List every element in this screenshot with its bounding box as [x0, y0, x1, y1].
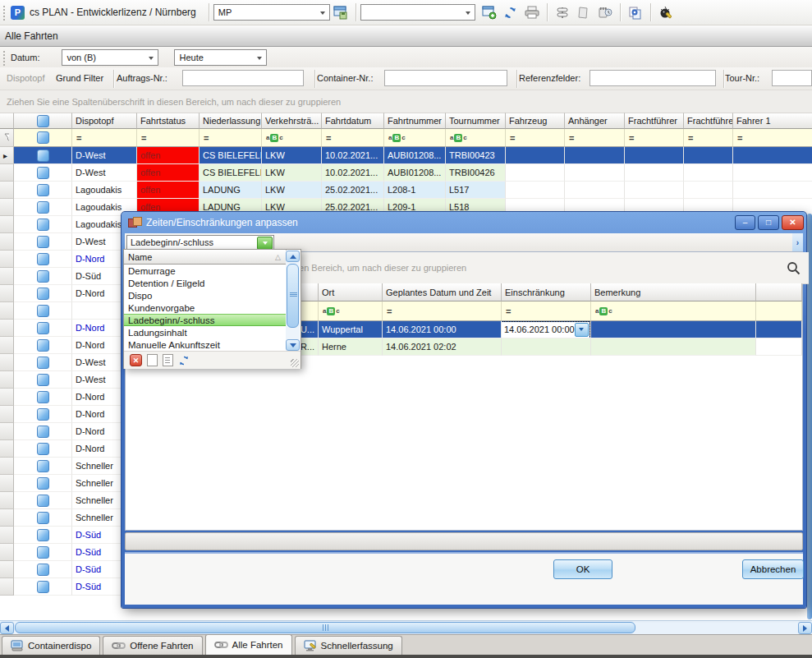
cell-fahrzeug[interactable]	[506, 164, 565, 182]
filter-cell-indicator[interactable]	[0, 129, 14, 147]
save-layout-button[interactable]	[332, 3, 350, 21]
cell-verkehr[interactable]: LKW	[262, 182, 322, 199]
cell-check[interactable]	[14, 147, 72, 164]
cell-check[interactable]	[14, 527, 72, 544]
row-checkbox[interactable]	[37, 443, 49, 455]
horizontal-scrollbar[interactable]	[0, 620, 812, 634]
cell-check[interactable]	[14, 423, 72, 440]
cell-indicator[interactable]	[0, 406, 14, 423]
filter-cell-status[interactable]: =	[137, 129, 200, 147]
notes-button[interactable]	[596, 3, 614, 21]
dialog-column-header-ort[interactable]: Ort	[319, 283, 383, 301]
referenz-input[interactable]	[590, 70, 716, 86]
cell-check[interactable]	[14, 302, 72, 320]
tab-alle-fahrten[interactable]: Alle Fahrten	[205, 634, 292, 655]
row-checkbox[interactable]	[37, 495, 49, 507]
filter-cell-datum[interactable]: =	[322, 129, 384, 147]
scroll-down-button[interactable]	[286, 339, 300, 351]
column-header-datum[interactable]: Fahrtdatum	[322, 113, 384, 129]
dispotopf-filter-label[interactable]: Dispotopf	[7, 73, 44, 83]
dropdown-item[interactable]: Dispo	[124, 289, 287, 301]
datum-range-combobox[interactable]: Heute	[174, 49, 267, 66]
dialog-cell-filler[interactable]	[756, 321, 802, 338]
clear-filter-button[interactable]: ✕	[130, 354, 142, 366]
column-header-frachtfuehrer2[interactable]: Frachtführe...	[684, 113, 733, 129]
equals-filter-icon[interactable]: =	[506, 306, 511, 316]
chevron-down-icon[interactable]	[320, 12, 325, 15]
equals-filter-icon[interactable]: =	[76, 133, 81, 143]
row-checkbox[interactable]	[37, 357, 49, 369]
dialog-cell-bemerkung[interactable]	[591, 338, 756, 356]
equals-filter-icon[interactable]: =	[737, 133, 742, 143]
cell-check[interactable]	[14, 199, 72, 216]
cell-fahrer1[interactable]	[733, 182, 812, 199]
row-checkbox[interactable]	[37, 460, 49, 472]
column-header-fahrzeug[interactable]: Fahrzeug	[506, 113, 565, 129]
group-by-panel[interactable]: Ziehen Sie eine Spaltenüberschrift in di…	[0, 90, 812, 113]
cell-indicator[interactable]	[0, 182, 14, 199]
filter-cell-dispotopf[interactable]: =	[72, 129, 137, 147]
cell-indicator[interactable]: ▸	[0, 147, 14, 164]
dialog-filter-cell-einschraenkung[interactable]: =	[502, 301, 591, 321]
quick-search-combobox[interactable]	[360, 4, 475, 21]
cell-indicator[interactable]	[0, 233, 14, 251]
auftrag-input[interactable]	[182, 70, 304, 86]
row-checkbox[interactable]	[37, 288, 49, 300]
dialog-filter-cell-ort[interactable]: aBc	[319, 301, 383, 321]
column-header-anhaenger[interactable]: Anhänger	[565, 113, 625, 129]
row-checkbox[interactable]	[37, 339, 49, 352]
row-checkbox[interactable]	[37, 150, 49, 162]
column-header-fahrer1[interactable]: Fahrer 1	[733, 113, 812, 129]
cell-anhaenger[interactable]	[565, 147, 625, 164]
cell-indicator[interactable]	[0, 371, 14, 389]
column-header-status[interactable]: Fahrtstatus	[137, 113, 200, 129]
row-checkbox[interactable]	[37, 564, 49, 576]
cell-fahrtnummer[interactable]: L208-1	[384, 182, 446, 199]
cell-check[interactable]	[14, 182, 72, 199]
dialog-cell-filler[interactable]	[756, 338, 802, 356]
filter-cell-frachtfuehrer[interactable]: =	[625, 129, 684, 147]
einschraenkung-editor-value[interactable]: 14.06.2021 00:00	[504, 324, 575, 334]
toolbar-grip[interactable]	[2, 4, 6, 21]
filter-cell-fahrer1[interactable]: =	[733, 129, 812, 147]
cell-indicator[interactable]	[0, 561, 14, 578]
cell-check[interactable]	[14, 544, 72, 561]
ok-button[interactable]: OK	[553, 559, 612, 579]
cell-check[interactable]	[14, 251, 72, 268]
row-checkbox[interactable]	[37, 167, 49, 179]
filter-cell-anhaenger[interactable]: =	[565, 129, 625, 147]
dialog-filter-cell-bemerkung[interactable]: aBc	[591, 301, 756, 321]
column-header-dispotopf[interactable]: Dispotopf	[72, 113, 137, 129]
dialog-cell-ort[interactable]: Wuppertal	[319, 321, 383, 338]
cell-dispotopf[interactable]: D-West	[72, 147, 137, 164]
filter-cell-fahrzeug[interactable]: =	[506, 129, 565, 147]
filter-cell-verkehr[interactable]: aBc	[262, 129, 322, 147]
cell-check[interactable]	[14, 561, 72, 578]
toolbar-overflow-button[interactable]: ›	[792, 233, 803, 251]
cell-frachtfuehrer2[interactable]	[684, 164, 733, 182]
dropdown-item[interactable]: Ladebeginn/-schluss	[124, 314, 287, 326]
cell-indicator[interactable]	[0, 492, 14, 509]
equals-filter-icon[interactable]: =	[510, 133, 515, 143]
row-checkbox[interactable]	[37, 374, 49, 386]
close-button[interactable]: ✕	[782, 215, 804, 230]
signpost-button[interactable]	[553, 3, 571, 21]
cancel-button[interactable]: Abbrechen	[742, 559, 804, 579]
cell-status[interactable]: offen	[137, 147, 200, 164]
cell-niederlassung[interactable]: LADUNG	[200, 182, 262, 199]
scroll-right-button[interactable]	[798, 622, 812, 634]
abc-filter-icon[interactable]: aBc	[323, 307, 340, 315]
dropdown-column-header[interactable]: Name △	[124, 250, 287, 265]
debug-button[interactable]	[657, 3, 675, 21]
dialog-cell-einschraenkung[interactable]	[502, 338, 591, 356]
editor-dropdown-button[interactable]	[575, 323, 589, 337]
cell-indicator[interactable]	[0, 320, 14, 337]
cell-indicator[interactable]	[0, 302, 14, 320]
row-checkbox[interactable]	[37, 477, 49, 490]
combo-dropdown-button[interactable]	[257, 237, 273, 250]
cell-indicator[interactable]	[0, 440, 14, 458]
scroll-left-button[interactable]	[0, 622, 14, 634]
row-checkbox[interactable]	[37, 253, 49, 265]
cell-indicator[interactable]	[0, 216, 14, 233]
dialog-cell-geplant[interactable]: 14.06.2021 00:00	[383, 321, 502, 338]
